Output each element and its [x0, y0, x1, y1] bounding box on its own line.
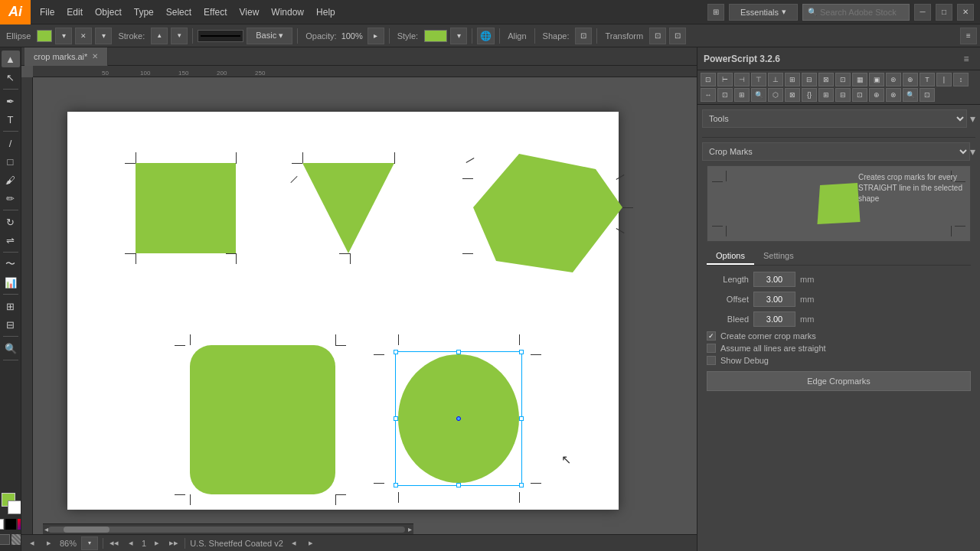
- ps-btn-25[interactable]: ⊟: [835, 88, 851, 102]
- ps-btn-7[interactable]: ⊟: [802, 73, 817, 86]
- none-swatch[interactable]: [0, 534, 10, 545]
- type-tool[interactable]: T: [2, 111, 20, 128]
- zoom-select-btn[interactable]: ▾: [81, 536, 98, 550]
- ps-btn-15[interactable]: |: [936, 73, 952, 86]
- opacity-expand-btn[interactable]: ▸: [368, 28, 384, 44]
- ps-btn-22[interactable]: ⊠: [785, 88, 800, 102]
- background-color[interactable]: [8, 500, 21, 514]
- sel-handle-br[interactable]: [519, 483, 524, 487]
- workspace-switcher[interactable]: Essentials ▾: [729, 4, 798, 21]
- ps-btn-21[interactable]: ⬡: [768, 88, 783, 102]
- minimize-btn[interactable]: ─: [914, 4, 931, 21]
- globe-btn[interactable]: 🌐: [477, 28, 495, 44]
- ps-btn-2[interactable]: ⊢: [717, 73, 733, 86]
- line-tool[interactable]: /: [2, 135, 20, 152]
- tools-dropdown[interactable]: Tools: [702, 109, 967, 128]
- next-btn[interactable]: ▸: [151, 537, 163, 549]
- horizontal-scrollbar[interactable]: ◂ ▸: [43, 523, 413, 534]
- pencil-tool[interactable]: ✏: [2, 190, 20, 207]
- stroke-arrow-btn[interactable]: ▾: [95, 28, 112, 44]
- slice-tool[interactable]: ⊟: [2, 316, 20, 333]
- edge-cropmarks-button[interactable]: Edge Cropmarks: [707, 371, 971, 391]
- transform-extra-btn[interactable]: ⊡: [669, 28, 686, 44]
- white-swatch[interactable]: [0, 519, 4, 530]
- search-stock-input[interactable]: [820, 8, 904, 17]
- search-stock-box[interactable]: 🔍: [802, 4, 910, 21]
- shape-options-btn[interactable]: ⊡: [575, 28, 592, 44]
- prev-page-btn[interactable]: ◂◂: [108, 537, 120, 549]
- panel-menu-btn[interactable]: ≡: [959, 51, 974, 67]
- sel-handle-tr[interactable]: [519, 350, 524, 354]
- maximize-btn[interactable]: □: [936, 4, 952, 21]
- ps-btn-19[interactable]: ⊞: [734, 88, 750, 102]
- menu-type[interactable]: Type: [128, 0, 160, 24]
- zoom-in-btn[interactable]: ▸: [43, 537, 55, 549]
- stroke-style-select[interactable]: Basic ▾: [247, 28, 292, 44]
- ps-btn-29[interactable]: 🔍: [903, 88, 918, 102]
- menu-help[interactable]: Help: [310, 0, 341, 24]
- ps-btn-3[interactable]: ⊣: [734, 73, 750, 86]
- options-tab[interactable]: Options: [707, 248, 754, 265]
- menu-window[interactable]: Window: [265, 0, 310, 24]
- ps-btn-16[interactable]: ↕: [953, 73, 969, 86]
- warp-tool[interactable]: 〜: [2, 256, 20, 272]
- sel-handle-bm[interactable]: [456, 483, 461, 487]
- transform-options-btn[interactable]: ⊡: [649, 28, 666, 44]
- ps-btn-17[interactable]: ↔: [701, 88, 716, 102]
- crop-expand-btn[interactable]: ▾: [970, 145, 975, 158]
- pattern-swatch[interactable]: [11, 534, 22, 545]
- ps-btn-26[interactable]: ⊡: [852, 88, 867, 102]
- ps-btn-14[interactable]: T: [920, 73, 935, 86]
- ps-btn-8[interactable]: ⊠: [818, 73, 834, 86]
- fill-arrow-btn[interactable]: ▾: [55, 28, 72, 44]
- rotate-tool[interactable]: ↻: [2, 214, 20, 230]
- reflect-tool[interactable]: ⇌: [2, 232, 20, 249]
- stroke-down-btn[interactable]: ▼: [171, 28, 188, 44]
- direct-select-tool[interactable]: ↖: [2, 69, 20, 86]
- black-swatch[interactable]: [5, 519, 16, 530]
- ps-btn-13[interactable]: ⊕: [903, 73, 918, 86]
- scroll-thumb[interactable]: [64, 527, 109, 533]
- offset-input[interactable]: [753, 292, 795, 307]
- menu-object[interactable]: Object: [89, 0, 128, 24]
- ps-btn-24[interactable]: ⊞: [818, 88, 834, 102]
- menu-view[interactable]: View: [234, 0, 266, 24]
- ps-btn-6[interactable]: ⊞: [785, 73, 800, 86]
- artboard-tool[interactable]: ⊞: [2, 298, 20, 315]
- graph-tool[interactable]: 📊: [2, 274, 20, 291]
- ps-btn-28[interactable]: ⊗: [886, 88, 901, 102]
- ps-btn-20[interactable]: 🔍: [751, 88, 766, 102]
- profile-next-btn[interactable]: ▸: [305, 537, 317, 549]
- sel-handle-mr[interactable]: [519, 416, 524, 421]
- zoom-out-btn[interactable]: ◂: [26, 537, 38, 549]
- ps-btn-27[interactable]: ⊕: [869, 88, 884, 102]
- ps-btn-23[interactable]: {}: [802, 88, 817, 102]
- menu-edit[interactable]: Edit: [60, 0, 89, 24]
- ps-btn-18[interactable]: ⊡: [717, 88, 733, 102]
- style-expand-btn[interactable]: ▾: [450, 28, 467, 44]
- zoom-tool[interactable]: 🔍: [2, 340, 20, 357]
- close-btn[interactable]: ✕: [957, 4, 974, 21]
- style-swatch[interactable]: [424, 30, 447, 42]
- ps-btn-1[interactable]: ⊡: [701, 73, 716, 86]
- length-input[interactable]: [753, 272, 795, 287]
- show-debug-checkbox[interactable]: [707, 356, 716, 365]
- menu-effect[interactable]: Effect: [198, 0, 233, 24]
- select-tool[interactable]: ▲: [2, 51, 20, 67]
- fill-color-swatch[interactable]: [37, 30, 52, 42]
- ps-btn-12[interactable]: ⊛: [886, 73, 901, 86]
- sel-handle-ml[interactable]: [394, 416, 398, 421]
- document-tab[interactable]: crop marks.ai* ✕: [24, 47, 108, 66]
- paintbrush-tool[interactable]: 🖌: [2, 171, 20, 188]
- ps-btn-11[interactable]: ▣: [869, 73, 884, 86]
- menu-file[interactable]: File: [34, 0, 60, 24]
- profile-prev-btn[interactable]: ◂: [288, 537, 300, 549]
- scroll-right-btn[interactable]: ▸: [408, 525, 412, 533]
- bleed-input[interactable]: [753, 311, 795, 327]
- ps-btn-5[interactable]: ⊥: [768, 73, 783, 86]
- rect-tool[interactable]: □: [2, 153, 20, 170]
- sel-handle-tm[interactable]: [456, 350, 461, 354]
- pen-tool[interactable]: ✒: [2, 93, 20, 109]
- next-page-btn[interactable]: ▸▸: [168, 537, 180, 549]
- ps-btn-10[interactable]: ▦: [852, 73, 867, 86]
